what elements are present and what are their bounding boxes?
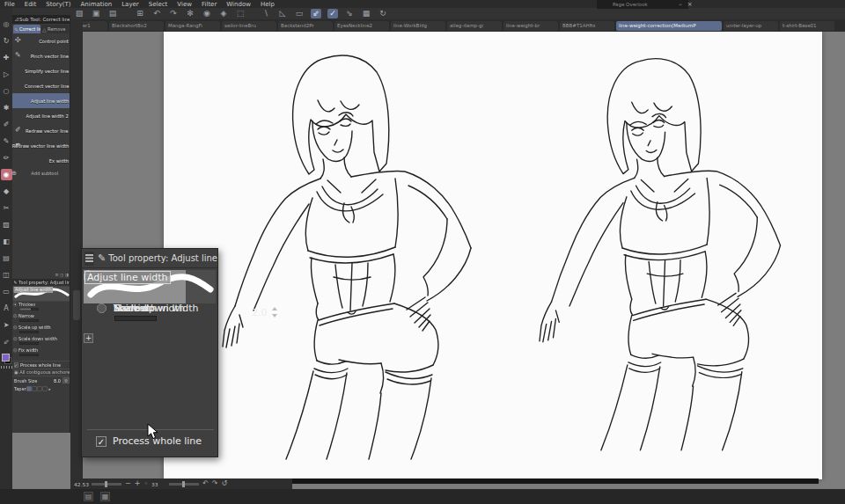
tool-icon[interactable]: ▨ <box>1 219 12 230</box>
tool-icon[interactable]: ▤ <box>1 252 12 264</box>
docked-property-row[interactable]: Scale up width <box>12 325 70 337</box>
menu-item[interactable]: File <box>4 1 15 8</box>
rotation-slider[interactable] <box>169 483 199 486</box>
document-tab[interactable]: line-weight-br ▪ <box>503 21 558 31</box>
menu-item[interactable]: Select <box>149 1 168 8</box>
tool-icon[interactable]: ✂ <box>1 202 12 214</box>
tool-icon[interactable]: ✎ <box>1 135 12 147</box>
command-icon[interactable]: ▭ <box>294 9 305 18</box>
all-pages-view-button[interactable]: ▦ <box>100 492 110 501</box>
color-swatches[interactable] <box>1 353 12 366</box>
command-icon[interactable]: ✻ <box>185 9 195 18</box>
close-icon[interactable]: × <box>685 1 695 8</box>
sub-tool-item[interactable]: ✣ Control point <box>12 33 70 48</box>
sub-tool-item[interactable]: Ex width <box>12 153 70 168</box>
tool-icon[interactable]: ◧ <box>1 236 12 247</box>
tool-icon[interactable]: ◆ <box>1 186 12 197</box>
tool-icon[interactable]: ✚ <box>1 52 12 63</box>
tool-icon[interactable]: ◫ <box>1 269 12 281</box>
menu-item[interactable]: Filter <box>202 1 217 8</box>
docked-property-control[interactable] <box>19 308 39 310</box>
zoom-out-button[interactable]: − <box>125 479 131 488</box>
sub-tool-item[interactable]: ✎ Pinch vector line <box>12 48 70 63</box>
taper-swatch-active[interactable] <box>27 387 32 391</box>
command-icon[interactable]: ◈ <box>218 9 229 18</box>
menu-item[interactable]: Animation <box>81 1 113 8</box>
docked-property-row[interactable]: Scale down width <box>12 337 70 348</box>
menu-item[interactable]: Edit <box>25 1 37 8</box>
tool-icon[interactable]: ✏ <box>1 152 12 164</box>
property-control[interactable] <box>114 316 157 321</box>
document-tab[interactable]: sailor-lineBru ▪ <box>222 21 276 31</box>
radio-icon[interactable] <box>13 314 18 318</box>
docked-stroke-preview[interactable]: Adjust line width <box>13 287 70 302</box>
document-tab[interactable]: BBB#T1AHfix ▪ <box>560 21 614 31</box>
tool-icon[interactable]: A <box>1 303 12 314</box>
command-icon[interactable]: ∖ <box>261 9 271 18</box>
command-icon[interactable]: ⬚ <box>235 9 246 18</box>
taper-swatch[interactable] <box>43 387 48 391</box>
sub-tool-item[interactable]: Adjust line width 2 <box>12 108 70 123</box>
floating-window-titlebar[interactable]: Page Overlook – × <box>597 0 688 9</box>
tool-icon[interactable]: ➤ <box>1 319 12 331</box>
add-setting-button[interactable]: + <box>84 333 93 343</box>
rotation-value[interactable]: 33 <box>151 481 160 487</box>
tool-icon[interactable]: ▭ <box>1 286 12 297</box>
zoom-value[interactable]: 42.53 <box>74 481 83 487</box>
panel-corner-icons[interactable]: ⊞ ◫ ◨ <box>12 273 70 279</box>
document-tab[interactable]: Manga-RangFi ▪ <box>165 21 220 31</box>
menu-item[interactable]: View <box>177 1 192 8</box>
command-icon[interactable]: ↶ <box>151 9 162 18</box>
tool-icon[interactable]: ✱ <box>1 102 12 113</box>
document-tab[interactable]: t-shirt-Base01 ▪ <box>780 21 834 31</box>
tool-property-header[interactable]: ✎ Tool property: Adjust line <box>82 249 217 268</box>
taper-swatch[interactable] <box>33 387 37 391</box>
sub-tool-item[interactable]: ✐ Redraw vector line <box>12 123 70 138</box>
brush-size-value[interactable]: 8.0 <box>54 378 61 383</box>
document-tab[interactable]: EyesNeckline2 ▪ <box>334 21 389 31</box>
tool-icon[interactable]: ⇙ <box>1 336 12 347</box>
command-icon[interactable]: ▤ <box>107 9 118 18</box>
radio-icon[interactable] <box>13 303 18 307</box>
panel-collapse-tab[interactable] <box>73 290 80 320</box>
sub-tool-tab-correct-line[interactable]: ✎ Correct line <box>13 25 40 33</box>
docked-property-control[interactable] <box>19 319 39 322</box>
tool-icon[interactable]: ▷ <box>1 69 12 80</box>
menu-item[interactable]: Help <box>261 1 275 8</box>
docked-property-row[interactable]: Narrow <box>12 314 70 325</box>
radio-icon[interactable] <box>97 303 107 313</box>
checkbox-icon[interactable]: ✓ <box>96 436 107 447</box>
document-tab[interactable]: under-layer-up ▪ <box>724 21 778 31</box>
menu-item[interactable]: Layer <box>121 1 139 8</box>
menu-item[interactable]: Story(T) <box>46 1 70 8</box>
docked-property-row[interactable]: Fix width <box>12 348 70 360</box>
brush-size-button[interactable]: ◎ <box>63 377 70 383</box>
command-icon[interactable]: ◉ <box>202 9 212 18</box>
command-icon[interactable]: ▣ <box>91 9 101 18</box>
tool-icon[interactable]: ○ <box>1 85 12 97</box>
zoom-slider[interactable] <box>92 483 121 486</box>
thicken-value[interactable]: 2.0 <box>252 307 268 318</box>
docked-property-control[interactable] <box>19 342 39 345</box>
tool-icon[interactable]: ◎ <box>1 18 12 30</box>
radio-icon[interactable] <box>13 337 18 341</box>
document-tab[interactable]: line-weight-correction(MediumP ▪ <box>616 21 722 31</box>
docked-taper-row[interactable]: Taper ▸ <box>12 385 70 393</box>
command-icon[interactable]: ↻ <box>378 9 388 18</box>
document-tab[interactable]: Backstand2Pr ▪ <box>278 21 333 31</box>
command-icon[interactable]: ⇘ <box>344 9 355 18</box>
document-tab[interactable]: alleg-damp-gi ▪ <box>447 21 502 31</box>
stroke-preview[interactable]: Adjust line width <box>84 270 216 303</box>
foreground-color-swatch[interactable] <box>2 354 10 362</box>
checkbox-icon[interactable]: ✓ <box>14 363 18 368</box>
minimize-icon[interactable]: – <box>676 1 685 8</box>
radio-icon[interactable] <box>13 325 18 330</box>
tool-icon[interactable]: ↻ <box>1 35 12 47</box>
add-subtool-button[interactable]: ⊕ Add subtool <box>12 168 70 179</box>
command-icon[interactable]: ⊞ <box>135 9 145 18</box>
single-page-view-button[interactable]: ▤ <box>84 492 93 501</box>
taper-swatch[interactable] <box>38 387 42 391</box>
panel-menu-button[interactable] <box>84 252 94 266</box>
sub-tool-item[interactable]: ✒ Redraw vector line width <box>12 138 70 153</box>
fit-icon[interactable]: ◦ <box>143 479 148 488</box>
